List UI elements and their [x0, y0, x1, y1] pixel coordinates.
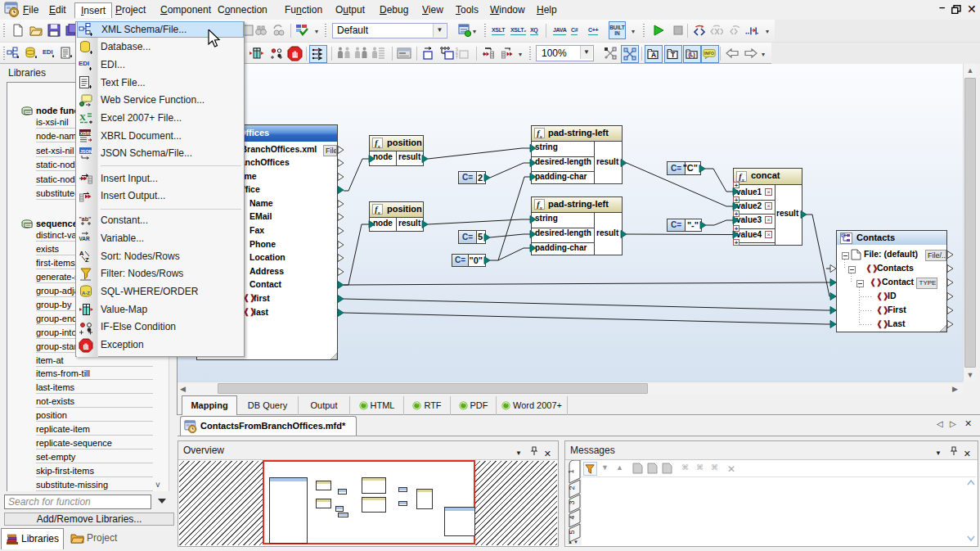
svg-text:JSON: JSON	[80, 149, 92, 154]
svg-text:VAR: VAR	[79, 236, 91, 242]
svg-text:2: 2	[568, 486, 576, 490]
svg-text:A: A	[651, 51, 656, 59]
svg-text:T: T	[456, 56, 458, 60]
svg-text:XBRL: XBRL	[80, 131, 93, 136]
svg-text:X: X	[79, 112, 86, 122]
svg-text:A: A	[79, 250, 84, 257]
svg-text:EDI: EDI	[43, 48, 53, 56]
svg-text:"ab": "ab"	[79, 216, 92, 222]
svg-text:5: 5	[568, 530, 576, 534]
svg-text:Z: Z	[85, 256, 89, 264]
svg-text:EDI: EDI	[79, 60, 89, 67]
svg-text:4: 4	[568, 515, 576, 519]
svg-text:1: 1	[567, 469, 575, 473]
svg-text:(L): (L)	[688, 52, 695, 58]
svg-text:3: 3	[568, 500, 576, 504]
svg-text:T: T	[671, 51, 676, 59]
svg-text:INFO: INFO	[704, 52, 714, 56]
svg-text:A-Z: A-Z	[82, 291, 90, 296]
